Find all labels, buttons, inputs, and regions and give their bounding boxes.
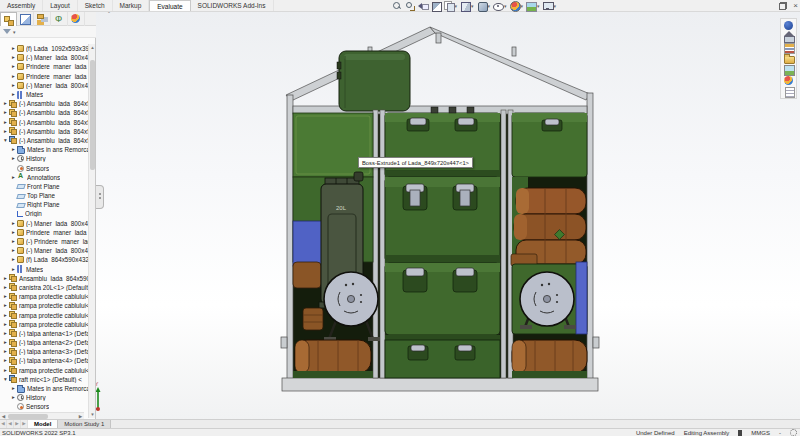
zoom-area-button[interactable] (405, 1, 415, 11)
file-explorer-tab[interactable] (783, 54, 794, 63)
tree-item[interactable]: ▾(-) Ansamblu_lada_864x590 (0, 136, 88, 145)
previous-icon[interactable] (418, 1, 428, 11)
previous-button[interactable] (418, 1, 428, 11)
configurationmanager-tab[interactable] (34, 12, 51, 26)
expand-icon[interactable]: ▸ (2, 347, 9, 356)
section-button[interactable] (431, 1, 441, 11)
chevron-down-icon[interactable]: ▾ (455, 1, 458, 11)
tree-item[interactable]: Sensors (0, 163, 88, 172)
top-storage-box[interactable] (337, 51, 410, 111)
tree-item[interactable]: ▸(-) Maner_lada_800x47 (0, 246, 88, 255)
tree-item[interactable]: Right Plane (0, 200, 88, 209)
zoom-fit-icon[interactable] (392, 1, 402, 11)
expand-icon[interactable]: ▸ (10, 265, 17, 274)
trailer-assembly-model[interactable]: 20L (0, 12, 800, 436)
tree-item[interactable]: ▸canistra 20L<1> (Default) < (0, 283, 88, 292)
chevron-down-icon[interactable]: ▾ (504, 1, 507, 11)
section-icon[interactable] (431, 1, 441, 11)
collapse-icon[interactable]: ▾ (2, 136, 9, 145)
right-fuel-drum[interactable] (512, 340, 587, 373)
filter-funnel-icon[interactable] (3, 29, 11, 34)
document-tab-motion-study-1[interactable]: Motion Study 1 (58, 420, 111, 428)
close-window-icon[interactable]: × (793, 1, 798, 11)
hide-show-icon[interactable] (493, 1, 503, 11)
expand-icon[interactable]: ▸ (10, 44, 17, 53)
ribbon-tab-sketch[interactable]: Sketch (78, 0, 113, 11)
expand-icon[interactable]: ▸ (2, 108, 9, 117)
tree-item[interactable]: Top Plane (0, 191, 88, 200)
tree-item[interactable]: ▸(-) Ansamblu_lada_864x590 (0, 108, 88, 117)
expand-icon[interactable]: ▸ (2, 283, 9, 292)
propertymanager-tab[interactable] (17, 12, 34, 26)
graphics-area[interactable]: 20L (0, 12, 800, 419)
appearance-icon[interactable] (510, 1, 520, 11)
collapse-icon[interactable]: ▾ (2, 375, 9, 384)
tree-item[interactable]: ▸Annotations (0, 173, 88, 182)
tree-item[interactable]: ▸Mates (0, 265, 88, 274)
expand-icon[interactable]: ▸ (2, 356, 9, 365)
expand-icon[interactable]: ▸ (10, 246, 17, 255)
ribbon-tab-solidworks-add-ins[interactable]: SOLIDWORKS Add-Ins (191, 0, 274, 11)
quick-tip-icon[interactable] (738, 430, 742, 436)
scrollbar-thumb[interactable] (90, 60, 95, 170)
expand-icon[interactable]: ▸ (2, 274, 9, 283)
blue-case-right[interactable] (576, 262, 587, 334)
tree-item[interactable]: ▸Prindere_maner_lada_l (0, 62, 88, 71)
expand-icon[interactable]: ▸ (10, 393, 17, 402)
tree-item[interactable]: ▾raft mic<1> (Default) < (0, 375, 88, 384)
display-style-button[interactable]: ▾ (477, 1, 491, 11)
tree-item[interactable]: Front Plane (0, 182, 88, 191)
expand-icon[interactable]: ▸ (10, 145, 17, 154)
right-canister-stack[interactable] (514, 188, 586, 264)
view-settings-button[interactable]: ▾ (543, 1, 557, 11)
unit-system-label[interactable]: MMGS (751, 430, 770, 436)
tree-item[interactable]: ▸(-) Maner_lada_800x47 (0, 219, 88, 228)
zoom-area-icon[interactable] (405, 1, 415, 11)
appearances-tab[interactable] (783, 76, 794, 85)
tree-vertical-scrollbar[interactable]: ▲ ▼ (88, 44, 95, 418)
expand-icon[interactable]: ▸ (10, 53, 17, 62)
3dexperience-tab[interactable] (783, 21, 794, 30)
ribbon-tab-evaluate[interactable]: Evaluate (149, 0, 190, 11)
trailer-base[interactable] (282, 378, 598, 391)
orientation-icon[interactable] (460, 1, 470, 11)
tree-item[interactable]: ▸Ansamblu_lada_864x590x4 (0, 274, 88, 283)
tree-horizontal-scrollbar[interactable]: ◀ ▶ (0, 412, 84, 419)
tree-item[interactable]: ▸(f) Lada_1092x593x394 (0, 44, 88, 53)
annot-views-button[interactable]: ▾ (444, 1, 458, 11)
chevron-down-icon[interactable]: ▾ (554, 1, 557, 11)
dimxpertmanager-tab[interactable] (51, 12, 68, 26)
restore-window-icon[interactable] (779, 2, 787, 10)
ribbon-tab-assembly[interactable]: Assembly (0, 0, 43, 11)
editing-mode-label[interactable]: Editing Assembly (684, 430, 730, 436)
tree-item[interactable]: ▸(-) Ansamblu_lada_864x590 (0, 99, 88, 108)
small-barrel[interactable] (303, 308, 323, 330)
view-settings-icon[interactable] (543, 1, 553, 11)
expand-icon[interactable]: ▸ (2, 338, 9, 347)
tree-item[interactable]: ▸(-) talpa antena<2> (Defau (0, 338, 88, 347)
tree-item[interactable]: ▸(-) Maner_lada_800x47 (0, 53, 88, 62)
tree-item[interactable]: ▸(-) talpa antena<4> (Defau (0, 356, 88, 365)
tree-item[interactable]: ▸Mates in ans Remorca (0, 145, 88, 154)
tree-item[interactable]: ▸History (0, 393, 88, 402)
chevron-down-icon[interactable]: ▾ (488, 1, 491, 11)
expand-icon[interactable]: ▸ (10, 62, 17, 71)
scene-button[interactable]: ▾ (526, 1, 540, 11)
blue-case-left[interactable] (293, 221, 324, 266)
prev-tab-icon[interactable]: ◀ (7, 420, 14, 428)
expand-icon[interactable]: ▸ (10, 255, 17, 264)
scroll-down-icon[interactable]: ▼ (89, 411, 96, 418)
chevron-down-icon[interactable]: ▾ (521, 1, 524, 11)
ribbon-tab-markup[interactable]: Markup (113, 0, 150, 11)
tree-item[interactable]: ▸rampa protectie cablului<3> (0, 310, 88, 319)
expand-icon[interactable]: ▸ (10, 154, 17, 163)
tree-item[interactable]: ▸rampa protectie cablului<2> (0, 301, 88, 310)
displaymanager-tab[interactable] (68, 12, 85, 26)
tree-item[interactable]: ▸(-) Ansamblu_lada_864x590 (0, 118, 88, 127)
document-tab-model[interactable]: Model (28, 420, 58, 428)
tree-item[interactable]: ▸(-) talpa antena<1> (Defau (0, 329, 88, 338)
expand-icon[interactable]: ▸ (10, 384, 17, 393)
expand-icon[interactable]: ▸ (2, 118, 9, 127)
expand-icon[interactable]: ▸ (10, 72, 17, 81)
chevron-up-icon[interactable]: ˆ (108, 11, 110, 17)
